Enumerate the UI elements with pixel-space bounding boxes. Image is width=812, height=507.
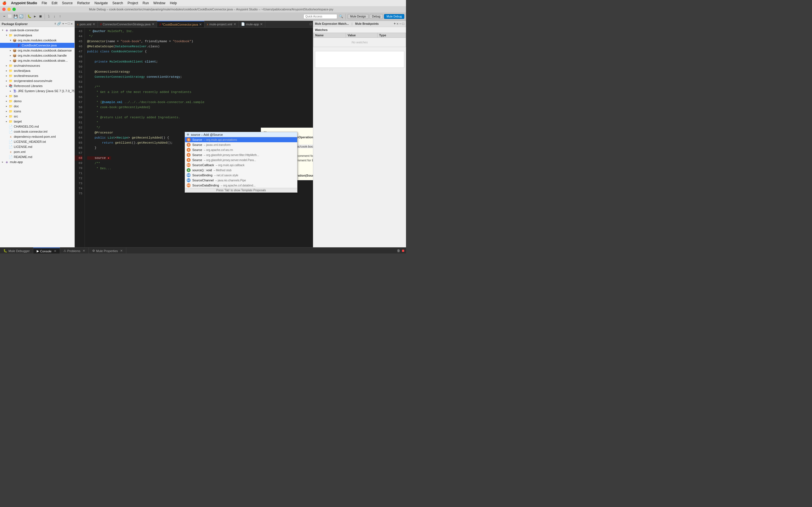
tree-item-connector-iml[interactable]: 📄 cook-book-connector.iml — [0, 129, 74, 134]
minimize-button[interactable] — [7, 8, 11, 11]
tab-close-connector[interactable]: ✕ — [199, 22, 202, 26]
tree-item-mule-app[interactable]: ▸ ◈ mule-app — [0, 159, 74, 165]
toolbar-icon-4[interactable]: 🔄 — [18, 14, 24, 19]
tree-item-license-header[interactable]: 📄 LICENSE_HEADER.txt — [0, 139, 74, 144]
ac-item-source-method[interactable]: s source() : void – Method stub — [185, 168, 297, 173]
tree-item-icons[interactable]: ▸ 📁 icons — [0, 109, 74, 114]
tree-item-demo[interactable]: ▸ 📁 demo — [0, 99, 74, 104]
panel-menu-icon[interactable]: ▾ — [62, 22, 64, 26]
tab-close-strategy[interactable]: ✕ — [152, 22, 154, 26]
tree-item-cookbookconnector[interactable]: J CookBookConnector.java — [0, 43, 74, 48]
tree-item-license[interactable]: 📄 LICENSE.md — [0, 144, 74, 149]
tab-mule-app[interactable]: 📄 mule-app ✕ — [239, 21, 266, 27]
tab-console[interactable]: ▶ Console ✕ — [33, 247, 60, 254]
tab-close-pom[interactable]: ✕ — [93, 22, 95, 26]
tree-item-doc[interactable]: ▸ 📁 doc — [0, 104, 74, 109]
minimize-right-panel-icon[interactable]: — — [400, 22, 402, 26]
tab-close-console[interactable]: ✕ — [54, 249, 56, 253]
collapse-all-icon[interactable]: ⬇ — [54, 22, 56, 26]
tree-item-src-generated[interactable]: ▸ 📁 src/generated-sources/mule — [0, 78, 74, 83]
tree-item-dep-pom[interactable]: x dependency-reduced-pom.xml — [0, 134, 74, 139]
watches-tab[interactable]: Mule Expression Watch... — [315, 22, 349, 25]
tab-pom-xml[interactable]: x pom.xml ✕ — [75, 21, 98, 27]
menu-refactor[interactable]: Refactor — [77, 1, 90, 5]
tree-item-changelog[interactable]: 📄 CHANGELOG.md — [0, 124, 74, 129]
tree-item-src-main-java[interactable]: ▾ 📁 src/main/java — [0, 33, 74, 38]
tree-item-referenced-libraries[interactable]: ▸ 📚 Referenced Libraries — [0, 83, 74, 89]
tab-mule-project[interactable]: x mule-project.xml ✕ — [204, 21, 239, 27]
tree-item-package-handle[interactable]: ▸ 📦 org.mule.modules.cookbook.handle — [0, 53, 74, 58]
menu-run[interactable]: Run — [143, 1, 149, 5]
tree-item-package-cookbook[interactable]: ▾ 📦 org.mule.modules.cookbook — [0, 38, 74, 43]
tree-item-readme[interactable]: 📄 README.md — [0, 154, 74, 159]
ac-item-sourcebinding[interactable]: SB SourceBinding – net.sf.saxon.style — [185, 173, 297, 178]
ac-item-source-2[interactable]: S Source – javax.xml.transform — [185, 142, 297, 147]
toolbar-step-over[interactable]: ⤵ — [46, 14, 51, 19]
mule-debug-button[interactable]: Mule Debug — [384, 14, 404, 19]
tree-item-jre[interactable]: ▸ 🗜 JRE System Library [Java SE 7 [1.7.0… — [0, 89, 74, 94]
tree-item-cook-book-connector[interactable]: ▾ ◈ cook-book-connector — [0, 27, 74, 33]
maximize-button[interactable] — [12, 8, 16, 11]
console-clear-icon[interactable]: 🗑 — [397, 249, 400, 253]
add-watch-icon[interactable]: + — [394, 22, 396, 26]
maximize-editor-icon[interactable]: □ — [310, 22, 312, 26]
tab-mule-debugger[interactable]: 🐛 Mule Debugger — [0, 247, 33, 254]
expression-input[interactable] — [315, 51, 404, 68]
ac-item-add-source[interactable]: ⊕ source – Add @Source — [185, 132, 297, 137]
maximize-panel-icon[interactable]: □ — [68, 22, 70, 26]
tree-item-src[interactable]: ▸ 📁 src — [0, 114, 74, 119]
ac-item-source-4[interactable]: S Source – org.glassfish.jersey.server.f… — [185, 152, 297, 158]
menu-edit[interactable]: Edit — [52, 1, 57, 5]
tree-item-pom[interactable]: x pom.xml — [0, 149, 74, 154]
toolbar-icon-2[interactable]: ⬜ — [7, 14, 12, 19]
ac-item-sourcedatabinding[interactable]: SD SourceDataBinding – org.apache.cxf.da… — [185, 183, 297, 188]
breakpoints-tab[interactable]: Mule Breakpoints — [355, 22, 378, 25]
tab-connector-strategy[interactable]: J ConnectorConnectionStrategy.java ✕ — [98, 21, 157, 27]
menu-window[interactable]: Window — [153, 1, 165, 5]
menu-search[interactable]: Search — [112, 1, 123, 5]
tree-item-bin[interactable]: ▸ 📁 bin — [0, 94, 74, 99]
tab-close-mule-app[interactable]: ✕ — [260, 22, 263, 26]
toolbar-step-out[interactable]: ↑ — [57, 14, 63, 19]
minimize-panel-icon[interactable]: — — [65, 22, 67, 26]
tree-item-target[interactable]: ▸ 📁 target — [0, 119, 74, 124]
menu-source[interactable]: Source — [62, 1, 73, 5]
remove-watch-icon[interactable]: ✕ — [396, 22, 398, 26]
debug-button[interactable]: Debug — [370, 14, 383, 19]
tree-item-src-main-resources[interactable]: ▸ 📁 src/main/resources — [0, 63, 74, 68]
maximize-right-panel-icon[interactable]: □ — [402, 22, 404, 26]
menu-navigate[interactable]: Navigate — [94, 1, 108, 5]
ac-item-source-3[interactable]: S Source – org.apache.cxf.ws.rm — [185, 147, 297, 152]
ac-item-sourcechannel[interactable]: SC SourceChannel – java.nio.channels.Pip… — [185, 178, 297, 183]
ac-item-sourcecallback[interactable]: SC SourceCallback – org.mule.api.callbac… — [185, 163, 297, 168]
tree-item-src-test-resources[interactable]: ▸ 📁 src/test/resources — [0, 73, 74, 78]
mule-design-button[interactable]: Mule Design — [348, 14, 368, 19]
tree-item-src-test-java[interactable]: ▸ 📁 src/test/java — [0, 68, 74, 73]
toolbar-stop-icon[interactable]: ⏹ — [38, 14, 43, 19]
tab-close-problems[interactable]: ✕ — [83, 249, 85, 252]
close-panel-icon[interactable]: ✕ — [71, 22, 73, 26]
link-with-editor-icon[interactable]: 🔗 — [57, 22, 61, 26]
menu-project[interactable]: Project — [128, 1, 138, 5]
toolbar-step-into[interactable]: ↓ — [52, 14, 57, 19]
apple-menu[interactable]: 🍎 — [2, 1, 6, 5]
tab-problems[interactable]: ⚠ Problems ✕ — [60, 247, 89, 254]
toolbar-icon-save[interactable]: 💾 — [13, 14, 18, 19]
tab-close-properties[interactable]: ✕ — [120, 249, 123, 252]
tab-close-mule-project[interactable]: ✕ — [234, 22, 236, 26]
toolbar-run-icon[interactable]: ▶ — [33, 14, 38, 19]
toolbar-icon-1[interactable]: ⬅ — [2, 14, 7, 19]
tab-cookbookconnector[interactable]: J *CookBookConnector.java ✕ — [157, 21, 204, 27]
ac-item-source-1[interactable]: S Source – org.mule.api.annotations — [185, 137, 297, 142]
tree-item-package-strate[interactable]: ▸ 📦 org.mule.modules.cookbook.strate... — [0, 58, 74, 63]
tab-mule-properties[interactable]: ⚙ Mule Properties ✕ — [89, 247, 126, 254]
toolbar-search-icon[interactable]: 🔍 — [338, 14, 343, 19]
console-terminate-icon[interactable]: ⏹ — [402, 249, 405, 253]
close-button[interactable] — [2, 8, 6, 11]
toolbar-debug-icon[interactable]: 🐛 — [27, 14, 32, 19]
menu-file[interactable]: File — [42, 1, 47, 5]
menu-help[interactable]: Help — [170, 1, 177, 5]
ac-item-source-5[interactable]: S Source – org.glassfish.jersey.server.m… — [185, 158, 297, 163]
quick-access-input[interactable] — [303, 14, 337, 19]
tree-item-package-datasense[interactable]: ▸ 📦 org.mule.modules.cookbook.datasense — [0, 48, 74, 53]
